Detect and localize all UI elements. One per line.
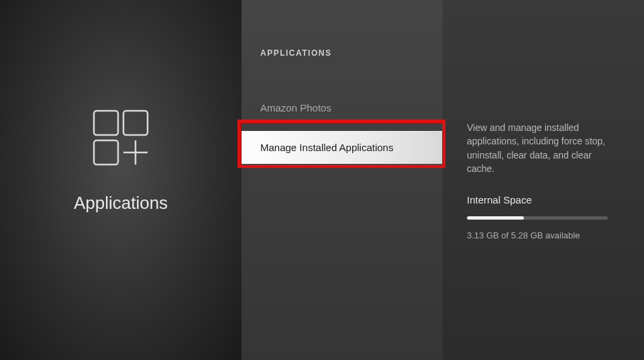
svg-rect-1	[123, 111, 148, 135]
menu-item-manage-installed-applications[interactable]: Manage Installed Applications	[241, 131, 443, 164]
menu-panel: APPLICATIONS Amazon Photos Manage Instal…	[241, 0, 443, 360]
storage-progress-bar	[467, 216, 608, 220]
storage-progress-fill	[467, 216, 524, 220]
details-panel: View and manage installed applications, …	[443, 0, 644, 360]
applications-icon	[90, 107, 152, 171]
menu-item-amazon-photos[interactable]: Amazon Photos	[241, 91, 443, 124]
svg-rect-2	[94, 140, 118, 165]
svg-rect-0	[94, 111, 118, 135]
section-header: APPLICATIONS	[241, 48, 443, 58]
category-panel: Applications	[0, 0, 241, 360]
storage-text: 3.13 GB of 5.28 GB available	[467, 230, 620, 240]
category-title: Applications	[74, 193, 168, 214]
storage-label: Internal Space	[467, 194, 620, 206]
item-description: View and manage installed applications, …	[467, 121, 620, 175]
